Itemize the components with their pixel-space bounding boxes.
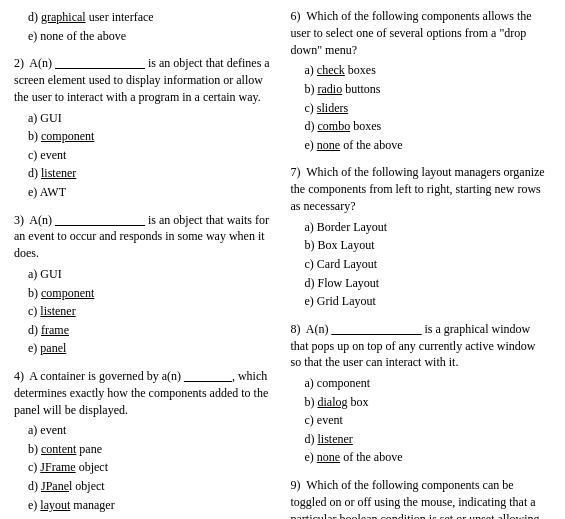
- q3-option-a: a) GUI: [28, 265, 277, 284]
- prev-question-continuation: d) graphical user interface e) none of t…: [14, 8, 277, 45]
- q7-option-c: c) Card Layout: [305, 255, 550, 274]
- question-2: 2) A(n) _______________ is an object tha…: [14, 55, 277, 201]
- q7-option-a: a) Border Layout: [305, 218, 550, 237]
- q3-option-d: d) frame: [28, 321, 277, 340]
- q3-option-e: e) panel: [28, 339, 277, 358]
- page: d) graphical user interface e) none of t…: [0, 0, 565, 519]
- question-3: 3) A(n) _______________ is an object tha…: [14, 212, 277, 358]
- q6-option-c: c) sliders: [305, 99, 550, 118]
- right-column: 6) Which of the following components all…: [283, 8, 556, 519]
- q7-option-e: e) Grid Layout: [305, 292, 550, 311]
- question-6-text: 6) Which of the following components all…: [291, 8, 550, 58]
- question-8-options: a) component b) dialog box c) event d) l…: [291, 374, 550, 467]
- q4-option-d: d) JPanel object: [28, 477, 277, 496]
- q2-option-b: b) component: [28, 127, 277, 146]
- question-6: 6) Which of the following components all…: [291, 8, 550, 154]
- q2-option-a: a) GUI: [28, 109, 277, 128]
- q4-option-e: e) layout manager: [28, 496, 277, 515]
- q4-option-c: c) JFrame object: [28, 458, 277, 477]
- question-8-text: 8) A(n) _______________ is a graphical w…: [291, 321, 550, 371]
- q7-option-b: b) Box Layout: [305, 236, 550, 255]
- question-8: 8) A(n) _______________ is a graphical w…: [291, 321, 550, 467]
- question-9-text: 9) Which of the following components can…: [291, 477, 550, 519]
- q8-option-a: a) component: [305, 374, 550, 393]
- question-6-options: a) check boxes b) radio buttons c) slide…: [291, 61, 550, 154]
- q8-option-b: b) dialog box: [305, 393, 550, 412]
- question-9: 9) Which of the following components can…: [291, 477, 550, 519]
- question-4: 4) A container is governed by a(n) _____…: [14, 368, 277, 514]
- question-4-options: a) event b) content pane c) JFrame objec…: [14, 421, 277, 514]
- q4-option-a: a) event: [28, 421, 277, 440]
- question-4-text: 4) A container is governed by a(n) _____…: [14, 368, 277, 418]
- question-2-text: 2) A(n) _______________ is an object tha…: [14, 55, 277, 105]
- prev-options: d) graphical user interface e) none of t…: [14, 8, 277, 45]
- question-7-options: a) Border Layout b) Box Layout c) Card L…: [291, 218, 550, 311]
- q6-option-a: a) check boxes: [305, 61, 550, 80]
- q8-option-e: e) none of the above: [305, 448, 550, 467]
- q2-option-d: d) listener: [28, 164, 277, 183]
- q7-option-d: d) Flow Layout: [305, 274, 550, 293]
- option-d: d) graphical user interface: [28, 8, 277, 27]
- q6-option-b: b) radio buttons: [305, 80, 550, 99]
- q4-option-b: b) content pane: [28, 440, 277, 459]
- question-2-options: a) GUI b) component c) event d) listener…: [14, 109, 277, 202]
- question-7-text: 7) Which of the following layout manager…: [291, 164, 550, 214]
- q8-option-c: c) event: [305, 411, 550, 430]
- q2-option-c: c) event: [28, 146, 277, 165]
- question-3-text: 3) A(n) _______________ is an object tha…: [14, 212, 277, 262]
- question-7: 7) Which of the following layout manager…: [291, 164, 550, 310]
- left-column: d) graphical user interface e) none of t…: [10, 8, 283, 519]
- option-e: e) none of the above: [28, 27, 277, 46]
- q6-option-d: d) combo boxes: [305, 117, 550, 136]
- question-3-options: a) GUI b) component c) listener d) frame…: [14, 265, 277, 358]
- q3-option-c: c) listener: [28, 302, 277, 321]
- q3-option-b: b) component: [28, 284, 277, 303]
- q6-option-e: e) none of the above: [305, 136, 550, 155]
- q8-option-d: d) listener: [305, 430, 550, 449]
- q2-option-e: e) AWT: [28, 183, 277, 202]
